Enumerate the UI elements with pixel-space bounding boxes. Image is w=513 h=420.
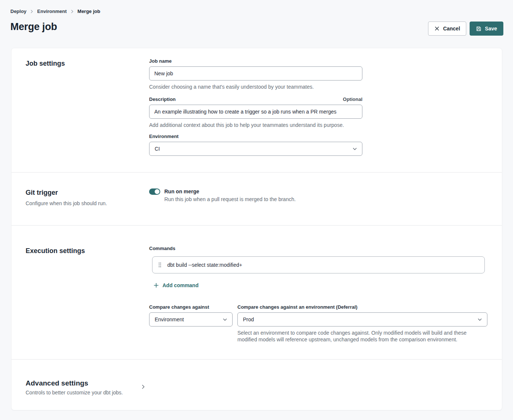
job-name-label: Job name — [149, 58, 362, 64]
deferral-environment-field: Compare changes against an environment (… — [237, 304, 487, 343]
command-row[interactable]: dbt build --select state:modified+ — [152, 256, 485, 273]
deferral-environment-select[interactable]: Prod — [237, 312, 487, 327]
environment-label: Environment — [149, 134, 362, 140]
execution-settings-heading: Execution settings — [26, 246, 149, 256]
environment-select[interactable]: CI — [149, 142, 362, 156]
git-trigger-subheading: Configure when this job should run. — [26, 200, 149, 207]
page-title: Merge job — [10, 21, 57, 33]
job-settings-heading: Job settings — [26, 58, 149, 69]
deferral-environment-help: Select an environment to compare code ch… — [237, 329, 487, 343]
git-trigger-heading: Git trigger — [26, 187, 149, 198]
plus-icon — [154, 283, 159, 288]
save-icon — [476, 26, 481, 32]
breadcrumb-item-deploy[interactable]: Deploy — [10, 9, 26, 14]
compare-against-field: Compare changes against Environment — [149, 304, 233, 343]
job-name-field: Job name Consider choosing a name that's… — [149, 58, 362, 90]
chevron-down-icon — [353, 148, 357, 150]
chevron-right-icon[interactable] — [142, 384, 145, 396]
breadcrumb-separator-icon — [71, 10, 73, 13]
drag-handle-icon[interactable] — [158, 262, 162, 268]
description-label: Description — [149, 96, 176, 102]
header-actions: Cancel Save — [428, 22, 503, 36]
add-command-label: Add command — [162, 282, 198, 288]
section-job-settings: Job settings Job name Consider choosing … — [11, 48, 502, 172]
description-help: Add additional context about this job to… — [149, 122, 362, 128]
job-name-input[interactable] — [149, 66, 362, 81]
add-command-button[interactable]: Add command — [154, 282, 198, 288]
section-execution-settings: Execution settings Commands dbt build --… — [11, 226, 502, 359]
breadcrumb: Deploy Environment Merge job — [10, 9, 100, 14]
run-on-merge-toggle[interactable] — [149, 188, 160, 195]
job-name-help: Consider choosing a name that's easily u… — [149, 83, 362, 90]
compare-against-label: Compare changes against — [149, 304, 233, 310]
compare-against-select[interactable]: Environment — [149, 312, 233, 327]
commands-label: Commands — [149, 246, 487, 252]
optional-badge: Optional — [343, 96, 362, 102]
chevron-down-icon — [223, 318, 227, 321]
environment-field: Environment CI — [149, 134, 362, 156]
job-settings-card: Job settings Job name Consider choosing … — [11, 48, 502, 410]
description-input[interactable] — [149, 105, 362, 119]
run-on-merge-label: Run on merge — [164, 188, 296, 195]
advanced-settings-heading: Advanced settings — [26, 379, 142, 388]
section-git-trigger: Git trigger Configure when this job shou… — [11, 173, 502, 225]
section-advanced-settings[interactable]: Advanced settings Controls to better cus… — [11, 360, 502, 396]
command-input[interactable]: dbt build --select state:modified+ — [167, 262, 242, 268]
close-icon — [434, 26, 440, 31]
advanced-settings-subheading: Controls to better customize your dbt jo… — [26, 389, 142, 396]
breadcrumb-item-environment[interactable]: Environment — [37, 9, 66, 14]
deferral-environment-label: Compare changes against an environment (… — [237, 304, 487, 310]
compare-against-select-value: Environment — [155, 316, 184, 322]
toggle-knob — [155, 189, 160, 194]
cancel-button[interactable]: Cancel — [428, 22, 466, 36]
description-field: Description Optional Add additional cont… — [149, 96, 362, 128]
breadcrumb-item-merge-job: Merge job — [78, 9, 100, 14]
environment-select-value: CI — [155, 146, 160, 152]
run-on-merge-description: Run this job when a pull request is merg… — [164, 196, 296, 203]
chevron-down-icon — [478, 318, 482, 321]
breadcrumb-separator-icon — [30, 10, 33, 13]
save-button-label: Save — [485, 26, 497, 32]
save-button[interactable]: Save — [470, 22, 503, 36]
deferral-environment-select-value: Prod — [243, 316, 254, 322]
cancel-button-label: Cancel — [443, 26, 460, 32]
